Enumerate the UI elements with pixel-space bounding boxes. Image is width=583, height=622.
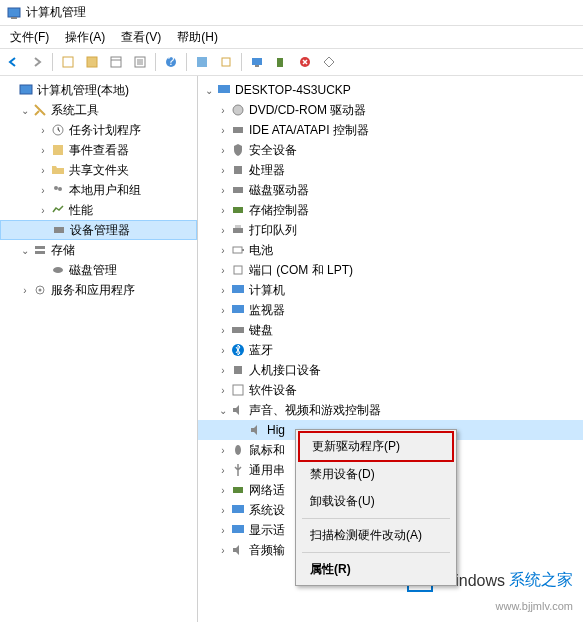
tb-icon-3[interactable] bbox=[105, 51, 127, 73]
device-computer[interactable]: ›计算机 bbox=[198, 280, 583, 300]
device-disk[interactable]: ›磁盘驱动器 bbox=[198, 180, 583, 200]
close-icon[interactable] bbox=[294, 51, 316, 73]
device-bluetooth[interactable]: ›蓝牙 bbox=[198, 340, 583, 360]
device-hid[interactable]: ›人机接口设备 bbox=[198, 360, 583, 380]
chevron-right-icon[interactable]: › bbox=[36, 125, 50, 136]
svg-rect-3 bbox=[87, 57, 97, 67]
tb-icon-5[interactable] bbox=[191, 51, 213, 73]
chevron-right-icon[interactable]: › bbox=[216, 305, 230, 316]
device-processor[interactable]: ›处理器 bbox=[198, 160, 583, 180]
help-button[interactable]: ? bbox=[160, 51, 182, 73]
tb-icon-2[interactable] bbox=[81, 51, 103, 73]
device-root[interactable]: ⌄ DESKTOP-4S3UCKP bbox=[198, 80, 583, 100]
chevron-right-icon[interactable]: › bbox=[36, 145, 50, 156]
chevron-right-icon[interactable]: › bbox=[216, 245, 230, 256]
tree-performance[interactable]: › 性能 bbox=[0, 200, 197, 220]
menu-file[interactable]: 文件(F) bbox=[2, 27, 57, 48]
ctx-separator bbox=[302, 518, 450, 519]
tree-local-users[interactable]: › 本地用户和组 bbox=[0, 180, 197, 200]
chevron-right-icon[interactable]: › bbox=[216, 265, 230, 276]
chevron-right-icon[interactable]: › bbox=[216, 505, 230, 516]
chevron-right-icon[interactable]: › bbox=[216, 105, 230, 116]
tb-icon-4[interactable] bbox=[129, 51, 151, 73]
chevron-right-icon[interactable]: › bbox=[216, 465, 230, 476]
device-dvd[interactable]: ›DVD/CD-ROM 驱动器 bbox=[198, 100, 583, 120]
chevron-right-icon[interactable]: › bbox=[36, 205, 50, 216]
tb-icon-1[interactable] bbox=[57, 51, 79, 73]
ctx-update-driver[interactable]: 更新驱动程序(P) bbox=[298, 431, 454, 462]
menu-action[interactable]: 操作(A) bbox=[57, 27, 113, 48]
device-ports[interactable]: ›端口 (COM 和 LPT) bbox=[198, 260, 583, 280]
forward-button[interactable] bbox=[26, 51, 48, 73]
chevron-right-icon[interactable]: › bbox=[216, 205, 230, 216]
ctx-disable[interactable]: 禁用设备(D) bbox=[298, 461, 454, 488]
svg-rect-36 bbox=[235, 225, 241, 228]
svg-rect-49 bbox=[232, 525, 244, 533]
ctx-properties[interactable]: 属性(R) bbox=[298, 556, 454, 583]
battery-icon bbox=[230, 242, 246, 258]
device-keyboard[interactable]: ›键盘 bbox=[198, 320, 583, 340]
tb-icon-6[interactable] bbox=[215, 51, 237, 73]
svg-rect-12 bbox=[197, 57, 207, 67]
tree-system-tools[interactable]: ⌄ 系统工具 bbox=[0, 100, 197, 120]
tree-label: 系统工具 bbox=[51, 102, 99, 119]
device-ide[interactable]: ›IDE ATA/ATAPI 控制器 bbox=[198, 120, 583, 140]
svg-point-30 bbox=[233, 105, 243, 115]
chevron-right-icon[interactable]: › bbox=[216, 125, 230, 136]
tree-device-manager[interactable]: 设备管理器 bbox=[0, 220, 197, 240]
monitor-icon[interactable] bbox=[246, 51, 268, 73]
chevron-right-icon[interactable]: › bbox=[216, 485, 230, 496]
ctx-uninstall[interactable]: 卸载设备(U) bbox=[298, 488, 454, 515]
cpu-icon bbox=[230, 162, 246, 178]
device-print[interactable]: ›打印队列 bbox=[198, 220, 583, 240]
chevron-right-icon[interactable]: › bbox=[216, 225, 230, 236]
tree-label: 音频输 bbox=[249, 542, 285, 559]
tree-label: 声音、视频和游戏控制器 bbox=[249, 402, 381, 419]
chevron-right-icon[interactable]: › bbox=[216, 285, 230, 296]
back-button[interactable] bbox=[2, 51, 24, 73]
tb-icon-7[interactable] bbox=[270, 51, 292, 73]
menu-view[interactable]: 查看(V) bbox=[113, 27, 169, 48]
chevron-down-icon[interactable]: ⌄ bbox=[202, 85, 216, 96]
device-sound[interactable]: ⌄声音、视频和游戏控制器 bbox=[198, 400, 583, 420]
tree-event-viewer[interactable]: › 事件查看器 bbox=[0, 140, 197, 160]
device-battery[interactable]: ›电池 bbox=[198, 240, 583, 260]
chevron-right-icon[interactable]: › bbox=[36, 165, 50, 176]
tree-label: 安全设备 bbox=[249, 142, 297, 159]
chevron-right-icon[interactable]: › bbox=[216, 165, 230, 176]
device-monitor[interactable]: ›监视器 bbox=[198, 300, 583, 320]
chevron-right-icon[interactable]: › bbox=[18, 285, 32, 296]
device-software[interactable]: ›软件设备 bbox=[198, 380, 583, 400]
chevron-right-icon[interactable]: › bbox=[216, 525, 230, 536]
chevron-right-icon[interactable]: › bbox=[216, 545, 230, 556]
chevron-right-icon[interactable]: › bbox=[216, 345, 230, 356]
menu-help[interactable]: 帮助(H) bbox=[169, 27, 226, 48]
tree-root-local[interactable]: 计算机管理(本地) bbox=[0, 80, 197, 100]
chevron-right-icon[interactable]: › bbox=[216, 145, 230, 156]
tree-label: 计算机管理(本地) bbox=[37, 82, 129, 99]
device-security[interactable]: ›安全设备 bbox=[198, 140, 583, 160]
chevron-right-icon[interactable]: › bbox=[216, 385, 230, 396]
chevron-right-icon[interactable]: › bbox=[216, 185, 230, 196]
chevron-right-icon[interactable]: › bbox=[216, 325, 230, 336]
chevron-right-icon[interactable]: › bbox=[216, 365, 230, 376]
chevron-right-icon[interactable]: › bbox=[216, 445, 230, 456]
svg-rect-24 bbox=[35, 246, 45, 249]
chevron-down-icon[interactable]: ⌄ bbox=[216, 405, 230, 416]
device-storage-ctrl[interactable]: ›存储控制器 bbox=[198, 200, 583, 220]
chevron-right-icon[interactable]: › bbox=[36, 185, 50, 196]
ctx-scan[interactable]: 扫描检测硬件改动(A) bbox=[298, 522, 454, 549]
chevron-down-icon[interactable]: ⌄ bbox=[18, 245, 32, 256]
toolbar-separator bbox=[155, 53, 156, 71]
tree-shared-folders[interactable]: › 共享文件夹 bbox=[0, 160, 197, 180]
tree-services[interactable]: › 服务和应用程序 bbox=[0, 280, 197, 300]
port-icon bbox=[230, 262, 246, 278]
tree-disk-management[interactable]: 磁盘管理 bbox=[0, 260, 197, 280]
tree-task-scheduler[interactable]: › 任务计划程序 bbox=[0, 120, 197, 140]
tb-icon-8[interactable] bbox=[318, 51, 340, 73]
tree-storage[interactable]: ⌄ 存储 bbox=[0, 240, 197, 260]
chevron-down-icon[interactable]: ⌄ bbox=[18, 105, 32, 116]
clock-icon bbox=[50, 122, 66, 138]
printer-icon bbox=[230, 222, 246, 238]
sound-icon bbox=[230, 402, 246, 418]
